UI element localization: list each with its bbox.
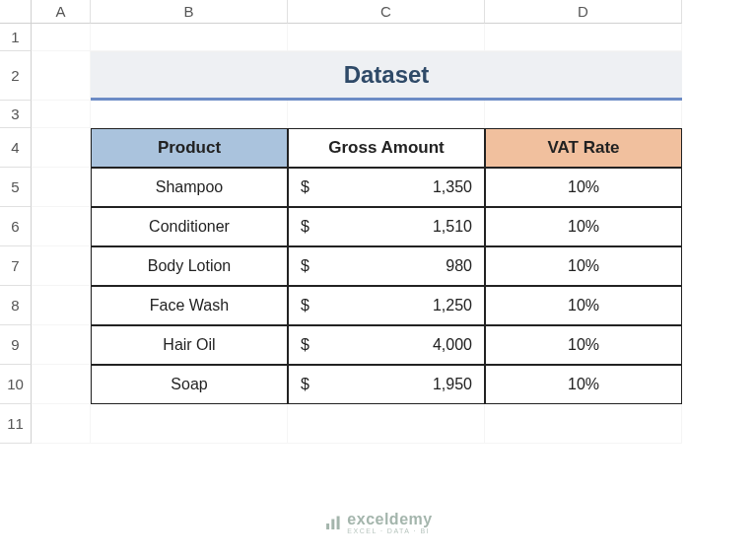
- logo-icon: [323, 515, 341, 532]
- cell-a11[interactable]: [32, 404, 91, 444]
- cell-c1[interactable]: [288, 24, 485, 51]
- watermark: exceldemy EXCEL · DATA · BI: [323, 512, 432, 534]
- table-row[interactable]: Shampoo: [91, 168, 288, 207]
- currency-symbol: $: [301, 178, 309, 196]
- table-row[interactable]: 10%: [485, 286, 682, 325]
- watermark-text: exceldemy EXCEL · DATA · BI: [347, 512, 432, 534]
- table-row[interactable]: 10%: [485, 365, 682, 404]
- table-row[interactable]: $1,510: [288, 207, 485, 246]
- cell-d3[interactable]: [485, 101, 682, 128]
- table-row[interactable]: Face Wash: [91, 286, 288, 325]
- row-header-4[interactable]: 4: [0, 128, 32, 168]
- cell-c11[interactable]: [288, 404, 485, 444]
- cell-a10[interactable]: [32, 365, 91, 404]
- row-header-2[interactable]: 2: [0, 51, 32, 101]
- table-row[interactable]: 10%: [485, 246, 682, 286]
- currency-symbol: $: [301, 336, 309, 354]
- select-all-corner[interactable]: [0, 0, 32, 24]
- table-row[interactable]: 10%: [485, 207, 682, 246]
- table-row[interactable]: Hair Oil: [91, 325, 288, 365]
- col-header-b[interactable]: B: [91, 0, 288, 24]
- svg-rect-2: [336, 516, 339, 529]
- cell-a9[interactable]: [32, 325, 91, 365]
- row-header-5[interactable]: 5: [0, 168, 32, 207]
- table-row[interactable]: $980: [288, 246, 485, 286]
- cell-a4[interactable]: [32, 128, 91, 168]
- col-header-c[interactable]: C: [288, 0, 485, 24]
- currency-symbol: $: [301, 376, 309, 393]
- table-header-product[interactable]: Product: [91, 128, 288, 168]
- currency-symbol: $: [301, 297, 309, 314]
- cell-a1[interactable]: [32, 24, 91, 51]
- row-header-10[interactable]: 10: [0, 365, 32, 404]
- table-row[interactable]: $4,000: [288, 325, 485, 365]
- cell-d11[interactable]: [485, 404, 682, 444]
- gross-value: 1,350: [433, 178, 472, 196]
- row-header-8[interactable]: 8: [0, 286, 32, 325]
- row-header-1[interactable]: 1: [0, 24, 32, 51]
- cell-a6[interactable]: [32, 207, 91, 246]
- gross-value: 1,510: [433, 218, 472, 236]
- gross-value: 1,250: [433, 297, 472, 314]
- cell-c3[interactable]: [288, 101, 485, 128]
- cell-a8[interactable]: [32, 286, 91, 325]
- col-header-d[interactable]: D: [485, 0, 682, 24]
- cell-b3[interactable]: [91, 101, 288, 128]
- cell-a5[interactable]: [32, 168, 91, 207]
- table-row[interactable]: Conditioner: [91, 207, 288, 246]
- cell-b1[interactable]: [91, 24, 288, 51]
- row-header-7[interactable]: 7: [0, 246, 32, 286]
- gross-value: 4,000: [433, 336, 472, 354]
- table-header-gross[interactable]: Gross Amount: [288, 128, 485, 168]
- gross-value: 1,950: [433, 376, 472, 393]
- spreadsheet-grid: A B C D 1 2 Dataset 3 4 Product Gross Am…: [0, 0, 756, 444]
- row-header-6[interactable]: 6: [0, 207, 32, 246]
- table-row[interactable]: Soap: [91, 365, 288, 404]
- currency-symbol: $: [301, 218, 309, 236]
- dataset-title[interactable]: Dataset: [91, 51, 682, 101]
- table-row[interactable]: 10%: [485, 325, 682, 365]
- currency-symbol: $: [301, 257, 309, 275]
- row-header-9[interactable]: 9: [0, 325, 32, 365]
- cell-a2[interactable]: [32, 51, 91, 101]
- cell-b11[interactable]: [91, 404, 288, 444]
- table-row[interactable]: 10%: [485, 168, 682, 207]
- table-row[interactable]: Body Lotion: [91, 246, 288, 286]
- cell-a3[interactable]: [32, 101, 91, 128]
- row-header-11[interactable]: 11: [0, 404, 32, 444]
- table-row[interactable]: $1,950: [288, 365, 485, 404]
- svg-rect-0: [326, 524, 329, 529]
- table-row[interactable]: $1,350: [288, 168, 485, 207]
- col-header-a[interactable]: A: [32, 0, 91, 24]
- cell-d1[interactable]: [485, 24, 682, 51]
- table-row[interactable]: $1,250: [288, 286, 485, 325]
- gross-value: 980: [446, 257, 472, 275]
- watermark-tag: EXCEL · DATA · BI: [347, 527, 432, 534]
- table-header-vat[interactable]: VAT Rate: [485, 128, 682, 168]
- svg-rect-1: [331, 519, 334, 529]
- row-header-3[interactable]: 3: [0, 101, 32, 128]
- cell-a7[interactable]: [32, 246, 91, 286]
- watermark-brand: exceldemy: [347, 512, 432, 527]
